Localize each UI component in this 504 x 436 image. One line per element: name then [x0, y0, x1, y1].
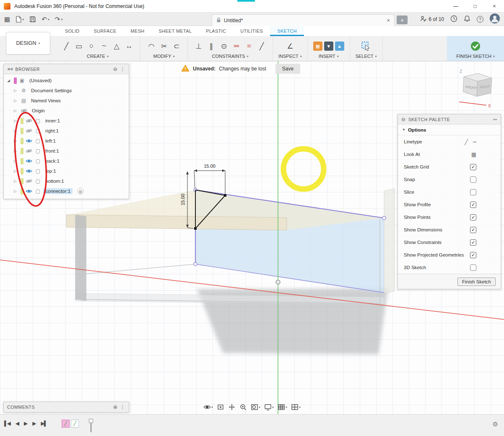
expand-arrow-icon[interactable]: ▷ [14, 109, 18, 113]
browser-row-label[interactable]: top:1 [43, 168, 58, 174]
measure-icon[interactable]: ∠ [285, 41, 296, 52]
browser-row-label[interactable]: front:1 [43, 148, 61, 154]
minimize-panel-icon[interactable]: ⊖ [113, 66, 118, 72]
minimize-panel-icon[interactable]: ⊖ [401, 117, 406, 122]
visibility-eye-icon[interactable] [26, 138, 33, 143]
parallel-constraint-icon[interactable]: ╱ [256, 41, 267, 52]
ribbon-tab-plastic[interactable]: PLASTIC [199, 26, 233, 36]
ribbon-tab-utilities[interactable]: UTILITIES [233, 26, 270, 36]
visibility-eye-icon[interactable] [26, 148, 33, 153]
expand-arrow-icon[interactable]: ▷ [14, 88, 18, 93]
zoom-window-button[interactable]: ▾ [249, 402, 262, 412]
centerline-icon[interactable]: ┅ [473, 139, 476, 145]
browser-row-origin[interactable]: ▷Origin [4, 106, 129, 116]
spline-tool-icon[interactable]: ~ [99, 41, 109, 52]
viewcube[interactable]: Z FRONT RIGHT X [452, 63, 504, 112]
panel-menu-icon[interactable]: ⋮ [120, 404, 125, 410]
new-tab-button[interactable]: + [397, 16, 408, 24]
visibility-eye-icon[interactable] [26, 128, 33, 133]
find-in-window-icon[interactable]: ◎ [77, 188, 84, 195]
expand-arrow-icon[interactable]: ▷ [14, 179, 18, 183]
collapse-panel-icon[interactable]: ◀◀ [7, 67, 13, 71]
dimension-height-label[interactable]: 15.00 [180, 194, 185, 205]
visibility-eye-icon[interactable] [26, 158, 33, 164]
zoom-button[interactable] [238, 402, 248, 412]
redo-button[interactable]: ↷▾ [55, 16, 63, 23]
show-constraints-checkbox[interactable]: ✓ [470, 239, 476, 246]
browser-row-left-1[interactable]: ▷▢left:1 [4, 136, 129, 146]
expand-panel-icon[interactable]: ▸▸ [494, 117, 497, 121]
skip-start-button[interactable]: ▌◀ [4, 420, 10, 426]
browser-row-unsaved[interactable]: ◢▣(Unsaved) [4, 75, 129, 86]
browser-row-label[interactable]: bottom:1 [43, 178, 66, 184]
ribbon-group-label-inspect[interactable]: INSPECT▾ [278, 54, 302, 59]
expand-arrow-icon[interactable]: ▷ [14, 139, 18, 143]
browser-row-label[interactable]: left:1 [43, 138, 58, 144]
close-button[interactable]: × [485, 0, 504, 12]
comments-bar[interactable]: COMMENTS ⊕ ⋮ [3, 402, 129, 413]
show-points-checkbox[interactable]: ✓ [470, 214, 476, 221]
select-tool-icon[interactable] [361, 41, 372, 52]
coincident-constraint-icon[interactable]: ⊥ [193, 41, 204, 52]
browser-row-front-1[interactable]: ▷▢front:1 [4, 146, 129, 156]
ribbon-tab-solid[interactable]: SOLID [58, 26, 87, 36]
insert-decal-icon[interactable]: ▲ [335, 42, 344, 51]
tangent-constraint-icon[interactable]: ⊙ [218, 41, 229, 52]
collapse-arrow-icon[interactable]: ◢ [7, 78, 12, 83]
ribbon-group-label-select[interactable]: SELECT▾ [356, 54, 377, 59]
app-grid-icon[interactable]: ▦ [4, 16, 10, 23]
collinear-constraint-icon[interactable]: ∥ [206, 41, 217, 52]
ribbon-tab-sheet-metal[interactable]: SHEET METAL [152, 26, 199, 36]
browser-row-label[interactable]: connector:1 [43, 188, 73, 194]
browser-row-document-settings[interactable]: ▷⚙Document Settings [4, 86, 129, 96]
visibility-eye-icon[interactable] [26, 118, 33, 123]
ribbon-tab-sketch[interactable]: SKETCH [270, 26, 304, 36]
3d-sketch-checkbox[interactable] [470, 265, 476, 271]
ribbon-group-label-constraints[interactable]: CONSTRAINTS▾ [193, 54, 267, 59]
save-warning-button[interactable]: Save [275, 64, 300, 74]
browser-row-label[interactable]: right:1 [43, 128, 61, 134]
line-tool-icon[interactable]: ╱ [61, 41, 72, 52]
browser-row-label[interactable]: inner:1 [43, 118, 62, 124]
sketch-grid-checkbox[interactable]: ✓ [470, 164, 476, 170]
visibility-eye-icon[interactable] [26, 179, 33, 184]
browser-row-label[interactable]: Origin [30, 108, 47, 114]
expand-arrow-icon[interactable]: ▷ [14, 189, 18, 193]
visibility-eye-icon[interactable] [26, 189, 33, 194]
offset-tool-icon[interactable]: ⊂ [171, 41, 182, 52]
browser-row-label[interactable]: (Unsaved) [27, 78, 54, 83]
tab-close-icon[interactable]: × [387, 17, 390, 23]
construction-line-icon[interactable]: ╱ [465, 139, 468, 145]
ribbon-group-label-insert[interactable]: INSERT▾ [313, 54, 344, 59]
expand-arrow-icon[interactable]: ▷ [14, 169, 18, 173]
grid-display-button[interactable]: ▾ [276, 402, 288, 412]
ribbon-tab-mesh[interactable]: MESH [124, 26, 152, 36]
look-at-button[interactable] [216, 402, 226, 412]
save-button[interactable] [29, 16, 36, 23]
dimension-tool-icon[interactable]: ↔ [124, 41, 135, 52]
design-workspace-dropdown[interactable]: DESIGN▾ [6, 32, 50, 54]
timeline-sketch-marker-active[interactable]: ╱ [62, 420, 70, 428]
ribbon-group-label-finish-sketch[interactable]: FINISH SKETCH▾ [456, 54, 495, 59]
finish-sketch-icon[interactable] [470, 41, 481, 52]
equal-constraint-icon[interactable]: = [244, 41, 255, 52]
polygon-tool-icon[interactable]: △ [111, 41, 122, 52]
notifications-bell-icon[interactable] [464, 15, 470, 24]
help-icon[interactable]: ? [477, 16, 483, 23]
browser-row-inner-1[interactable]: ▷▢inner:1 [4, 116, 129, 126]
pan-button[interactable] [227, 402, 237, 412]
browser-row-bottom-1[interactable]: ▷▢bottom:1 [4, 176, 129, 186]
history-clock-icon[interactable] [450, 15, 457, 24]
expand-arrow-icon[interactable]: ▷ [14, 149, 18, 153]
document-tab[interactable]: Untitled* × [212, 14, 395, 26]
ribbon-group-label-modify[interactable]: MODIFY▾ [146, 54, 182, 59]
ribbon-group-label-create[interactable]: CREATE▾ [61, 54, 135, 59]
orbit-button[interactable]: ▾ [202, 402, 214, 412]
expand-arrow-icon[interactable]: ▷ [14, 99, 18, 103]
timeline-position-marker[interactable] [89, 419, 93, 432]
browser-row-label[interactable]: Named Views [29, 98, 63, 104]
job-status[interactable]: 6 of 10 [420, 16, 444, 23]
show-dimensions-checkbox[interactable]: ✓ [470, 227, 476, 233]
fillet-tool-icon[interactable]: ◠ [146, 41, 157, 52]
finish-sketch-button[interactable]: Finish Sketch [457, 278, 496, 286]
